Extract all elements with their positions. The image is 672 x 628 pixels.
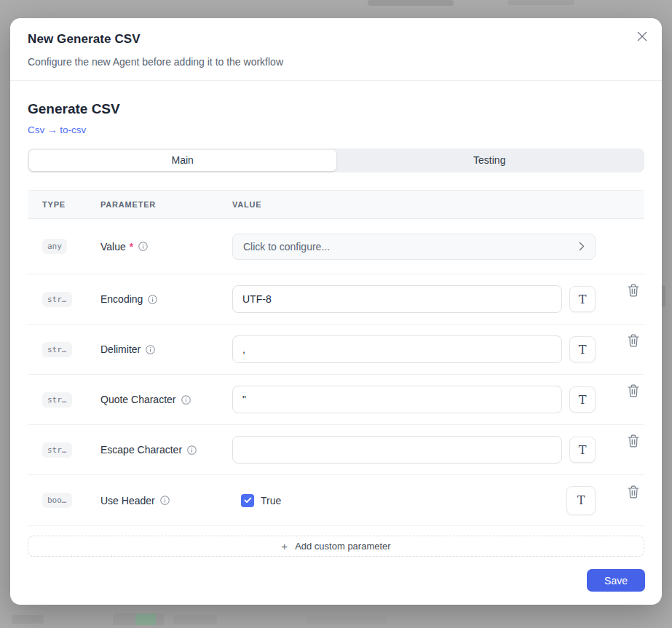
delimiter-input[interactable] — [232, 335, 562, 363]
use-header-checkbox[interactable]: True — [241, 494, 281, 507]
delete-parameter-button[interactable] — [628, 334, 639, 347]
dimmed-background-element — [306, 616, 386, 624]
tab-bar: Main Testing — [28, 148, 644, 172]
parameter-label: Encoding — [100, 293, 143, 305]
delete-parameter-button[interactable] — [628, 485, 639, 498]
column-header-parameter: PARAMETER — [100, 200, 232, 209]
column-header-value: VALUE — [232, 200, 630, 209]
agent-name-heading: Generate CSV — [28, 101, 644, 117]
breadcrumb[interactable]: Csv → to-csv — [28, 124, 86, 135]
trash-icon — [628, 334, 639, 347]
dimmed-background-element — [12, 615, 44, 624]
delete-parameter-button[interactable] — [628, 434, 639, 448]
modal-body: Generate CSV Csv → to-csv Main Testing T… — [10, 81, 662, 557]
tab-main[interactable]: Main — [29, 150, 336, 171]
new-agent-modal: New Generate CSV Configure the new Agent… — [10, 18, 662, 605]
parameter-row-delimiter: str… Delimiter T — [28, 325, 644, 375]
type-badge: str… — [42, 442, 72, 458]
info-icon — [138, 242, 148, 251]
type-badge: any — [42, 239, 67, 254]
modal-header: New Generate CSV Configure the new Agent… — [10, 18, 662, 81]
modal-subtitle: Configure the new Agent before adding it… — [28, 56, 644, 68]
delete-parameter-button[interactable] — [628, 284, 639, 297]
text-type-button[interactable]: T — [569, 286, 596, 312]
close-icon — [637, 31, 647, 41]
info-icon — [181, 395, 191, 405]
dimmed-background-element — [507, 0, 574, 5]
modal-footer: Save — [10, 557, 662, 604]
parameter-label: Value — [100, 241, 126, 253]
info-icon — [187, 445, 197, 455]
type-badge: str… — [42, 392, 72, 408]
checkbox-checked-icon — [241, 494, 254, 507]
delete-parameter-button[interactable] — [628, 384, 639, 397]
type-badge: boo… — [42, 493, 72, 508]
quote-character-input[interactable] — [232, 386, 562, 413]
type-badge: str… — [42, 342, 72, 357]
tab-testing[interactable]: Testing — [336, 150, 644, 171]
text-type-button[interactable]: T — [569, 336, 596, 362]
plus-icon: + — [281, 540, 288, 552]
text-type-button[interactable]: T — [569, 437, 596, 463]
info-icon — [148, 295, 157, 304]
parameter-label: Delimiter — [100, 343, 141, 355]
parameter-label: Use Header — [100, 495, 155, 506]
text-type-icon: T — [579, 293, 587, 306]
text-type-icon: T — [579, 343, 587, 357]
info-icon — [160, 496, 170, 505]
required-asterisk: * — [130, 241, 133, 253]
dimmed-background-element — [173, 615, 217, 624]
info-icon — [146, 345, 155, 354]
escape-character-input[interactable] — [232, 436, 562, 464]
trash-icon — [628, 284, 639, 297]
parameter-row-value: any Value * Click to configure... — [28, 219, 644, 274]
parameter-label: Escape Character — [100, 444, 182, 456]
dimmed-background-element — [368, 0, 454, 6]
parameter-row-quote-character: str… Quote Character T — [28, 375, 644, 425]
parameter-row-escape-character: str… Escape Character T — [28, 425, 644, 475]
configure-value-button[interactable]: Click to configure... — [232, 234, 596, 260]
parameter-label: Quote Character — [100, 394, 176, 405]
parameter-row-encoding: str… Encoding T — [28, 274, 644, 325]
column-header-type: TYPE — [42, 200, 100, 209]
text-type-button[interactable]: T — [566, 486, 596, 515]
checkbox-label: True — [261, 495, 281, 506]
text-type-icon: T — [579, 393, 587, 407]
parameter-row-use-header: boo… Use Header True T — [28, 475, 644, 526]
close-button[interactable] — [634, 28, 650, 44]
save-button[interactable]: Save — [587, 569, 645, 592]
text-type-icon: T — [579, 443, 587, 457]
encoding-input[interactable] — [232, 285, 562, 313]
configure-placeholder: Click to configure... — [243, 241, 330, 253]
text-type-button[interactable]: T — [569, 386, 596, 413]
trash-icon — [628, 434, 639, 448]
chevron-right-icon — [579, 242, 585, 251]
add-custom-parameter-button[interactable]: + Add custom parameter — [28, 536, 644, 557]
trash-icon — [628, 485, 639, 498]
type-badge: str… — [42, 292, 72, 307]
modal-title: New Generate CSV — [28, 32, 644, 47]
add-custom-parameter-label: Add custom parameter — [295, 541, 391, 552]
dimmed-background-element — [135, 613, 156, 625]
table-header-row: TYPE PARAMETER VALUE — [28, 190, 644, 219]
text-type-icon: T — [577, 493, 585, 507]
parameter-table: TYPE PARAMETER VALUE any Value * Click t… — [28, 190, 644, 526]
trash-icon — [628, 384, 639, 397]
